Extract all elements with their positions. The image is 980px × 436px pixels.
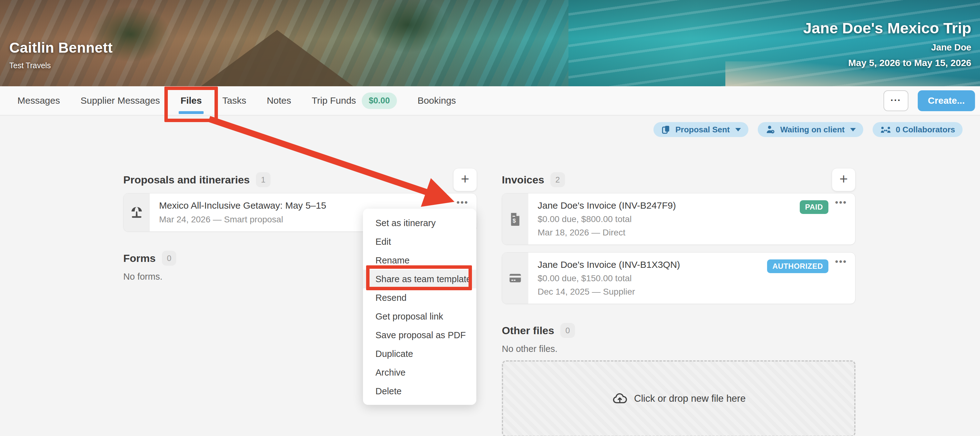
tab-label: Notes bbox=[267, 95, 291, 106]
invoices-column: Invoices 2 + $ Jane Doe's Invoice (INV-B… bbox=[502, 168, 856, 436]
agent-name: Caitlin Bennett bbox=[10, 39, 113, 56]
tab-files[interactable]: Files bbox=[181, 86, 202, 115]
trip-date-range: May 5, 2026 to May 15, 2026 bbox=[803, 57, 971, 68]
menu-item-get-proposal-link[interactable]: Get proposal link bbox=[363, 307, 476, 326]
thatched-roof-decoration bbox=[199, 30, 355, 86]
other-files-empty-text: No other files. bbox=[502, 344, 856, 354]
trip-client-name: Jane Doe bbox=[803, 42, 971, 53]
invoice-card-icon-strip bbox=[502, 253, 528, 304]
forms-section-title: Forms bbox=[123, 252, 156, 264]
trip-title: Jane Doe's Mexico Trip bbox=[803, 19, 971, 37]
client-status-icon bbox=[765, 124, 776, 135]
invoice-title: Jane Doe's Invoice (INV-B1X3QN) bbox=[538, 259, 767, 270]
invoice-status-badge: AUTHORIZED bbox=[767, 259, 828, 273]
invoice-card-icon-strip: $ bbox=[502, 193, 528, 245]
file-dropzone[interactable]: Click or drop new file here bbox=[502, 360, 856, 436]
client-status-dropdown[interactable]: Waiting on client bbox=[758, 122, 863, 137]
credit-card-icon bbox=[508, 271, 522, 285]
menu-item-edit[interactable]: Edit bbox=[363, 232, 476, 251]
menu-item-duplicate[interactable]: Duplicate bbox=[363, 344, 476, 363]
add-proposal-button[interactable]: + bbox=[453, 168, 477, 191]
other-files-section-title: Other files bbox=[502, 325, 554, 337]
trip-status-row: Proposal Sent Waiting on client 0 Collab… bbox=[654, 122, 963, 137]
proposals-section-title: Proposals and itineraries bbox=[123, 174, 250, 186]
tab-bar: Messages Supplier Messages Files Tasks N… bbox=[0, 86, 980, 116]
invoice-card[interactable]: $ Jane Doe's Invoice (INV-B247F9) $0.00 … bbox=[502, 193, 856, 245]
tab-label: Files bbox=[181, 95, 202, 106]
collaborators-button[interactable]: 0 Collaborators bbox=[873, 122, 963, 137]
svg-text:$: $ bbox=[513, 217, 516, 224]
proposal-status-dropdown[interactable]: Proposal Sent bbox=[654, 122, 748, 137]
invoices-section-title: Invoices bbox=[502, 174, 544, 186]
tab-label: Trip Funds bbox=[312, 95, 356, 106]
invoice-amounts: $0.00 due, $800.00 total bbox=[538, 214, 800, 224]
other-files-count-badge: 0 bbox=[560, 323, 575, 338]
other-files-section-header: Other files 0 bbox=[502, 319, 856, 342]
tab-supplier-messages[interactable]: Supplier Messages bbox=[81, 86, 160, 115]
invoices-section-header: Invoices 2 + bbox=[502, 168, 856, 191]
menu-item-resend[interactable]: Resend bbox=[363, 288, 476, 307]
status-label: 0 Collaborators bbox=[896, 125, 955, 135]
menu-item-archive[interactable]: Archive bbox=[363, 363, 476, 382]
menu-item-share-as-team-template[interactable]: Share as team template bbox=[363, 270, 476, 288]
proposal-status-icon bbox=[661, 124, 671, 135]
cloud-upload-icon bbox=[612, 390, 628, 407]
proposal-card-icon-strip bbox=[124, 193, 150, 231]
collaborators-icon bbox=[880, 124, 891, 135]
chevron-down-icon bbox=[735, 128, 741, 131]
dropzone-label: Click or drop new file here bbox=[634, 393, 746, 404]
invoice-meta: Dec 14, 2025 — Supplier bbox=[538, 287, 767, 297]
invoice-meta: Mar 18, 2026 — Direct bbox=[538, 228, 800, 238]
proposals-section-header: Proposals and itineraries 1 + bbox=[123, 168, 477, 191]
proposal-context-menu: Set as itinerary Edit Rename Share as te… bbox=[363, 208, 476, 405]
tab-notes[interactable]: Notes bbox=[267, 86, 291, 115]
menu-item-save-proposal-as-pdf[interactable]: Save proposal as PDF bbox=[363, 326, 476, 344]
tab-label: Bookings bbox=[417, 95, 456, 106]
beach-umbrella-icon bbox=[129, 205, 144, 220]
tab-trip-funds[interactable]: Trip Funds $0.00 bbox=[312, 86, 397, 115]
forms-count-badge: 0 bbox=[162, 251, 176, 266]
menu-item-delete[interactable]: Delete bbox=[363, 382, 476, 401]
tab-label: Messages bbox=[18, 95, 60, 106]
proposals-count-badge: 1 bbox=[256, 172, 270, 187]
trip-page: Caitlin Bennett Test Travels Jane Doe's … bbox=[0, 0, 980, 436]
trip-funds-amount-badge: $0.00 bbox=[362, 92, 397, 109]
invoice-card[interactable]: Jane Doe's Invoice (INV-B1X3QN) $0.00 du… bbox=[502, 252, 856, 304]
tab-label: Tasks bbox=[222, 95, 246, 106]
tab-messages[interactable]: Messages bbox=[18, 86, 60, 115]
create-button[interactable]: Create... bbox=[918, 90, 975, 111]
invoice-amounts: $0.00 due, $150.00 total bbox=[538, 274, 767, 283]
menu-item-rename[interactable]: Rename bbox=[363, 251, 476, 270]
invoice-status-badge: PAID bbox=[800, 200, 828, 214]
status-label: Proposal Sent bbox=[675, 125, 730, 135]
invoice-menu-button[interactable]: ••• bbox=[835, 259, 847, 264]
tab-label: Supplier Messages bbox=[81, 95, 160, 106]
chevron-down-icon bbox=[850, 128, 856, 131]
trip-cover-photo: Caitlin Bennett Test Travels Jane Doe's … bbox=[0, 0, 980, 86]
invoices-count-badge: 2 bbox=[550, 172, 565, 187]
tab-bookings[interactable]: Bookings bbox=[417, 86, 456, 115]
menu-item-set-as-itinerary[interactable]: Set as itinerary bbox=[363, 214, 476, 232]
more-options-button[interactable]: ... bbox=[883, 90, 908, 111]
add-invoice-button[interactable]: + bbox=[832, 168, 856, 191]
agency-name: Test Travels bbox=[10, 61, 113, 70]
status-label: Waiting on client bbox=[780, 125, 845, 135]
invoice-title: Jane Doe's Invoice (INV-B247F9) bbox=[538, 200, 800, 211]
proposal-menu-button[interactable]: ••• bbox=[457, 200, 469, 205]
invoice-icon: $ bbox=[509, 212, 522, 226]
tab-tasks[interactable]: Tasks bbox=[222, 86, 246, 115]
invoice-menu-button[interactable]: ••• bbox=[835, 200, 847, 205]
